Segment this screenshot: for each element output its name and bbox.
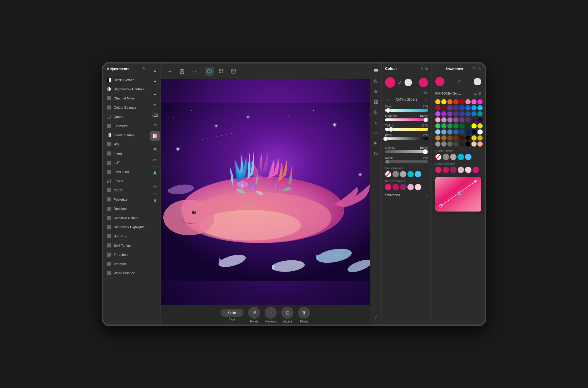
colour-cell-4-1[interactable] (441, 123, 446, 128)
swatch-foreground[interactable] (435, 77, 444, 86)
back-button[interactable]: ← (165, 67, 175, 76)
crop-tool[interactable]: ⊟ (150, 145, 160, 154)
swatches-edit-icon[interactable]: ✎ (478, 67, 481, 71)
colour-cell-5-4[interactable] (459, 129, 465, 135)
slider-mode[interactable]: CMYK Sliders (396, 97, 417, 101)
quick-swatch-cyan[interactable] (407, 171, 414, 177)
slider-prev-btn[interactable]: ‹ (385, 97, 390, 102)
colour-cell-5-7[interactable] (477, 129, 483, 135)
colour-cell-2-0[interactable] (435, 111, 440, 116)
colour-cell-6-5[interactable] (465, 135, 471, 141)
colour-cell-6-3[interactable] (453, 135, 459, 141)
colour-cell-0-4[interactable] (459, 99, 465, 104)
quick-swatch-gray2[interactable] (400, 171, 406, 177)
colour-cell-2-7[interactable] (477, 111, 483, 116)
fr-quick-swatch-cyan[interactable] (458, 154, 464, 160)
colour-cell-7-0[interactable] (435, 141, 440, 147)
erase-tool[interactable]: ⌫ (150, 110, 160, 120)
fr-quick-swatch-transparent[interactable] (435, 154, 442, 160)
colour-cell-7-1[interactable] (441, 141, 446, 147)
colour-cell-3-4[interactable] (459, 117, 465, 122)
quick-swatch-transparent[interactable] (385, 171, 391, 177)
colour-cell-1-4[interactable] (459, 105, 465, 110)
colour-cell-5-3[interactable] (453, 129, 459, 135)
colour-cell-7-7[interactable] (477, 141, 483, 147)
colour-cell-6-2[interactable] (447, 135, 452, 141)
colour-cell-6-0[interactable] (435, 135, 440, 141)
layers-btn[interactable] (371, 66, 381, 76)
colour-cell-5-1[interactable] (441, 129, 446, 135)
rect-select-tool[interactable]: ▭ (150, 155, 160, 165)
colour-cell-3-6[interactable] (471, 117, 477, 122)
adj-item-soft-proof[interactable]: Soft Proof (103, 232, 149, 241)
swatch-background[interactable] (474, 78, 481, 85)
palette-grid-toggle-btn[interactable]: ⊞ (478, 91, 481, 95)
adj-item-brightness---contrast[interactable]: Brightness / Contrast (103, 84, 149, 94)
adj-item-shadows---highlights[interactable]: Shadows / Highlights (103, 222, 149, 232)
reverse-btn[interactable]: ↔ Reverse (265, 307, 277, 323)
colour-cell-7-4[interactable] (459, 141, 465, 147)
adj-item-colour-balance[interactable]: Colour Balance (103, 103, 149, 112)
magenta-slider[interactable] (385, 118, 428, 121)
delete-tool[interactable]: 🗑 (150, 195, 160, 205)
cyan-slider[interactable] (385, 109, 428, 112)
recent-swatch-1[interactable] (385, 184, 391, 190)
macro-btn[interactable] (371, 138, 381, 148)
opacity-slider[interactable] (385, 150, 428, 153)
colour-cell-2-6[interactable] (471, 111, 477, 116)
colour-cell-0-5[interactable] (465, 99, 471, 104)
fr-recent-3[interactable] (450, 167, 457, 173)
colour-cell-2-1[interactable] (441, 111, 446, 116)
adj-item-channel-mixer[interactable]: Channel Mixer (103, 94, 149, 103)
fr-recent-4[interactable] (458, 167, 464, 173)
recent-swatch-3[interactable] (400, 184, 406, 190)
colour-cell-3-0[interactable] (435, 117, 440, 122)
background-colour-swatch[interactable] (405, 79, 412, 86)
colour-cell-3-3[interactable] (453, 117, 459, 122)
save-button[interactable] (177, 67, 187, 76)
node-tool[interactable]: ◂ (150, 76, 160, 86)
colour-cell-7-6[interactable] (471, 141, 477, 147)
colour-cell-4-3[interactable] (453, 123, 459, 128)
adj-item-lut[interactable]: LUT (103, 158, 149, 167)
colour-cell-0-1[interactable] (441, 99, 446, 104)
colour-cell-2-5[interactable] (465, 111, 471, 116)
colour-cell-4-5[interactable] (465, 123, 471, 128)
adj-item-selective-colour[interactable]: Selective Colour (103, 213, 149, 222)
paint-tool[interactable]: ✏ (150, 100, 160, 110)
colour-cell-3-2[interactable] (447, 117, 452, 122)
colour-cell-0-2[interactable] (447, 99, 452, 104)
colour-cell-6-6[interactable] (471, 135, 477, 141)
colour-cell-0-0[interactable] (435, 99, 440, 104)
colour-cell-1-3[interactable] (453, 105, 459, 110)
colour-cell-4-0[interactable] (435, 123, 440, 128)
colour-cell-3-1[interactable] (441, 117, 446, 122)
colour-cell-6-4[interactable] (459, 135, 465, 141)
colour-cell-0-3[interactable] (453, 99, 459, 104)
recent-swatch-4[interactable] (407, 184, 414, 190)
colour-cell-7-5[interactable] (465, 141, 471, 147)
adjustments-btn[interactable] (371, 107, 381, 117)
aspect-btn[interactable]: ⊡ Aspect (281, 307, 293, 323)
adj-item-black-&-white[interactable]: Black & White (103, 75, 149, 84)
slider-next-btn[interactable]: › (423, 97, 428, 102)
text-tool[interactable]: A (150, 168, 160, 178)
adj-item-exposure[interactable]: Exposure (103, 121, 149, 130)
adj-item-invert[interactable]: Invert (103, 149, 149, 158)
black-slider[interactable] (385, 137, 428, 140)
colour-cell-6-1[interactable] (441, 135, 446, 141)
colour-cell-5-0[interactable] (435, 129, 440, 135)
colour-cell-1-5[interactable] (465, 105, 471, 110)
colour-cell-5-6[interactable] (471, 129, 477, 135)
canvas-container[interactable] (161, 79, 370, 305)
history-btn[interactable] (371, 76, 381, 86)
colour-cell-6-7[interactable] (477, 135, 483, 141)
table-button[interactable] (229, 67, 238, 76)
adj-item-white-balance[interactable]: White Balance (103, 268, 149, 278)
colour-cell-1-7[interactable] (477, 105, 483, 110)
colour-cell-5-5[interactable] (465, 129, 471, 135)
adj-item-levels[interactable]: Levels (103, 176, 149, 186)
grid-btn[interactable] (371, 97, 381, 107)
quick-swatch-gray1[interactable] (392, 171, 399, 177)
eyedropper-btn[interactable] (398, 80, 402, 84)
